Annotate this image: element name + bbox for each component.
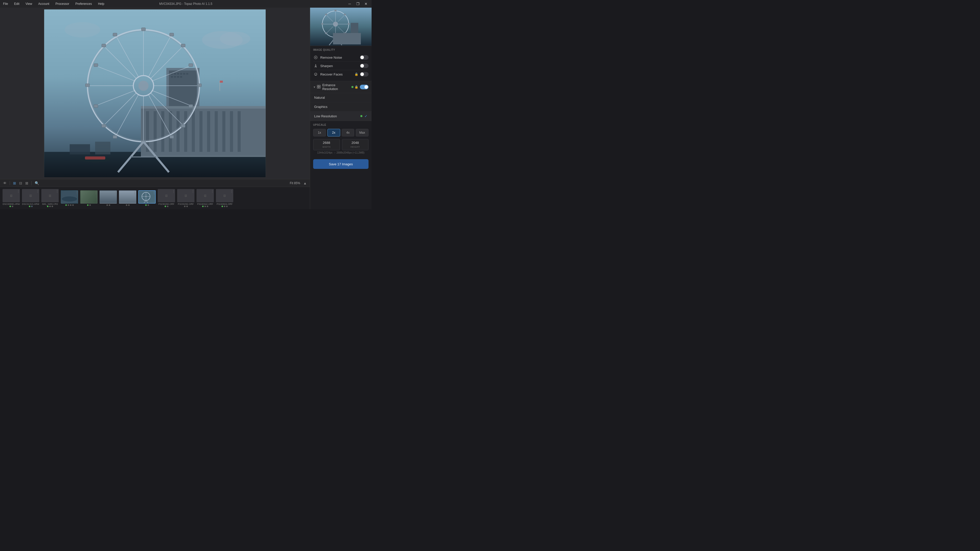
svg-rect-101: [321, 23, 323, 25]
grid-icon[interactable]: ⊞: [13, 181, 16, 185]
svg-rect-56: [102, 124, 106, 127]
film-name: P3240604.ORF: [217, 203, 233, 205]
svg-rect-53: [102, 44, 106, 47]
film-status: [145, 204, 149, 206]
expand-icon[interactable]: ▲: [303, 181, 307, 185]
menu-processor[interactable]: Processor: [54, 2, 70, 6]
menu-edit[interactable]: Edit: [13, 2, 21, 6]
status-dot: [72, 204, 74, 206]
status-dot: [202, 206, 204, 207]
minimize-button[interactable]: ─: [346, 1, 353, 6]
upscale-1x-button[interactable]: 1x: [313, 129, 326, 137]
eye-icon[interactable]: 👁: [3, 181, 6, 185]
svg-rect-28: [238, 111, 241, 152]
film-menu-icon[interactable]: ⋮: [36, 189, 39, 193]
film-menu-icon[interactable]: ⋮: [230, 189, 233, 193]
film-item[interactable]: 🖼 P3230260.ORF ⋮: [157, 189, 176, 207]
upscale-buttons: 1x 2x 4x Max: [313, 129, 369, 137]
upscale-4x-button[interactable]: 4x: [342, 129, 355, 137]
film-name: P3240342.ORF: [197, 203, 213, 205]
remove-noise-toggle[interactable]: [360, 55, 369, 60]
status-dot: [126, 204, 127, 206]
columns-icon[interactable]: ⊠: [25, 181, 28, 185]
film-item[interactable]: ⋮: [80, 190, 98, 206]
svg-rect-5: [174, 73, 176, 75]
film-menu-icon[interactable]: ⋮: [191, 189, 194, 193]
image-container[interactable]: [0, 8, 310, 179]
resolution-info: 1344x1024px → 2688x2048px (+11.2MB): [313, 151, 369, 154]
film-menu-icon[interactable]: ⋮: [114, 191, 117, 194]
film-item-active[interactable]: ⋮: [138, 190, 156, 206]
menu-account[interactable]: Account: [37, 2, 50, 6]
svg-line-40: [104, 93, 137, 125]
svg-rect-50: [142, 141, 145, 144]
svg-point-114: [316, 74, 317, 74]
filmstrip[interactable]: 🖼 DSC00690.ARW ⋮ 🖼 DSC01313.ARW: [0, 187, 310, 209]
film-menu-icon[interactable]: ⋮: [133, 191, 136, 194]
height-label: HEIGHT: [350, 146, 360, 148]
film-item[interactable]: ⋮: [118, 190, 137, 206]
option-graphics[interactable]: Graphics: [310, 102, 372, 111]
recover-faces-row: Recover Faces 🔒: [313, 70, 369, 78]
svg-rect-6: [177, 73, 179, 75]
option-natural-label: Natural: [314, 96, 368, 100]
option-low-resolution[interactable]: Low Resolution ✓: [310, 111, 372, 121]
svg-rect-58: [189, 105, 193, 108]
svg-rect-27: [230, 111, 233, 152]
svg-line-65: [118, 141, 143, 172]
menu-preferences[interactable]: Preferences: [74, 2, 93, 6]
film-item[interactable]: ⋮: [60, 190, 79, 206]
sharpen-toggle[interactable]: [360, 64, 369, 68]
film-menu-icon[interactable]: ⋮: [17, 189, 20, 193]
film-menu-icon[interactable]: ⋮: [172, 189, 175, 193]
film-item[interactable]: 🖼 P3240604.ORF ⋮: [215, 189, 234, 207]
film-item[interactable]: ⋮: [99, 190, 118, 206]
svg-rect-20: [177, 111, 180, 152]
sharpen-row: Sharpen: [313, 62, 369, 70]
preview-thumbnail: [310, 8, 372, 46]
svg-rect-13: [180, 76, 182, 78]
save-images-button[interactable]: Save 17 Images: [313, 159, 369, 169]
film-menu-icon[interactable]: ⋮: [153, 191, 156, 194]
film-menu-icon[interactable]: ⋮: [75, 191, 78, 194]
film-menu-icon[interactable]: ⋮: [56, 189, 59, 193]
width-label: WIDTH: [322, 146, 331, 148]
recover-faces-icon: [313, 72, 318, 77]
upscale-2x-button[interactable]: 2x: [328, 129, 340, 137]
svg-rect-18: [161, 111, 164, 152]
status-dot: [31, 206, 33, 207]
film-menu-icon[interactable]: ⋮: [211, 189, 214, 193]
split-icon[interactable]: ⊟: [19, 181, 22, 185]
film-status: [87, 204, 91, 206]
menu-help[interactable]: Help: [97, 2, 105, 6]
zoom-icon[interactable]: 🔍: [35, 181, 39, 185]
menu-view[interactable]: View: [24, 2, 33, 6]
svg-rect-52: [197, 84, 201, 87]
status-dot: [47, 206, 48, 207]
svg-rect-11: [174, 76, 176, 78]
remove-noise-icon: [313, 55, 318, 60]
status-dot: [226, 206, 228, 207]
status-dot: [207, 206, 208, 207]
film-item[interactable]: 🖼 DSC01313.ARW ⋮: [21, 189, 40, 207]
film-menu-icon[interactable]: ⋮: [94, 191, 97, 194]
maximize-button[interactable]: ❐: [354, 1, 361, 6]
svg-rect-106: [325, 32, 327, 34]
film-item[interactable]: 🖼 DSC00690.ARW ⋮: [2, 189, 21, 207]
option-natural[interactable]: Natural: [310, 93, 372, 102]
film-item[interactable]: 🖼 IMG_0455.CR2 ⋮: [41, 189, 59, 207]
film-item[interactable]: 🖼 P3230292.ORF ⋮: [177, 189, 195, 207]
svg-rect-51: [86, 84, 89, 87]
status-dot: [70, 204, 72, 206]
recover-faces-toggle[interactable]: [360, 72, 369, 76]
status-dot: [107, 204, 108, 206]
film-item[interactable]: 🖼 P3240342.ORF ⋮: [196, 189, 215, 207]
close-button[interactable]: ✕: [363, 1, 369, 6]
upscale-max-button[interactable]: Max: [356, 129, 369, 137]
enhance-resolution-row[interactable]: ▼ Enhance Resolution 🔒: [310, 81, 372, 93]
svg-point-72: [65, 22, 100, 38]
menu-file[interactable]: File: [2, 2, 9, 6]
svg-rect-10: [171, 76, 173, 78]
svg-rect-63: [170, 33, 174, 36]
enhance-resolution-toggle[interactable]: [360, 85, 369, 89]
